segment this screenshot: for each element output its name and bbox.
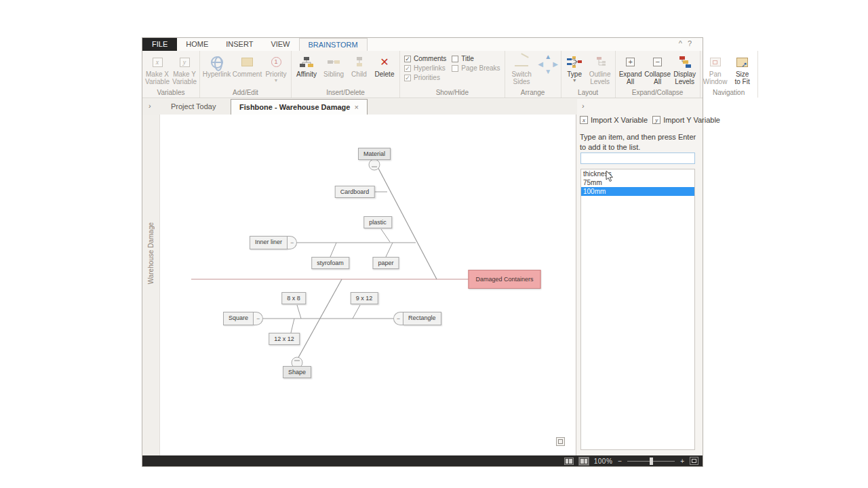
- list-item-selected[interactable]: 100mm: [581, 187, 694, 196]
- zoom-slider[interactable]: [627, 461, 675, 462]
- tab-brainstorm[interactable]: BRAINSTORM: [299, 38, 368, 51]
- group-label-navigation: Navigation: [702, 89, 756, 98]
- outline-view-icon[interactable]: [564, 458, 574, 465]
- node-9x12[interactable]: 9 x 12: [351, 292, 378, 304]
- comments-checkbox[interactable]: ✓: [404, 56, 411, 62]
- import-y-icon: y: [652, 116, 660, 124]
- ribbon: x Make X Variable y Make Y Variable Vari…: [142, 51, 703, 98]
- tab-home[interactable]: HOME: [177, 38, 217, 51]
- expand-all-button[interactable]: + Expand All: [617, 52, 644, 85]
- group-label-expand-collapse: Expand/Collapse: [617, 89, 698, 98]
- canvas-pan-navigator-button[interactable]: [556, 437, 565, 446]
- page-breaks-checkbox[interactable]: [452, 65, 458, 72]
- collapse-ribbon-icon[interactable]: ^: [679, 39, 688, 47]
- move-down-arrow-icon[interactable]: ▼: [545, 68, 551, 75]
- pan-window-icon: [710, 58, 721, 66]
- size-to-fit-button[interactable]: ➚ Size to Fit: [729, 52, 756, 85]
- close-tab-icon[interactable]: ×: [354, 103, 358, 111]
- fit-page-icon[interactable]: [690, 457, 698, 465]
- node-inner-liner-label: Inner liner: [250, 236, 288, 249]
- outline-levels-label: Outline Levels: [589, 70, 611, 85]
- hyperlinks-checkbox-row[interactable]: ✓ Hyperlinks: [404, 64, 446, 72]
- collapse-all-button[interactable]: − Collapse All: [644, 52, 671, 85]
- move-up-arrow-icon[interactable]: ▲: [545, 54, 551, 60]
- import-x-icon: x: [580, 116, 588, 124]
- node-square[interactable]: Square −: [223, 312, 263, 325]
- rectangle-collapse-icon[interactable]: −: [393, 312, 403, 325]
- pan-window-button[interactable]: Pan Window: [702, 52, 729, 85]
- node-shape[interactable]: Shape: [283, 366, 311, 378]
- title-checkbox[interactable]: [452, 56, 458, 62]
- delete-button[interactable]: ✕ Delete: [371, 52, 398, 78]
- node-8x8[interactable]: 8 x 8: [281, 292, 306, 304]
- display-levels-button[interactable]: Display Levels: [671, 52, 698, 85]
- doc-tab-project-today[interactable]: Project Today: [163, 99, 224, 115]
- comment-button[interactable]: Comment: [232, 52, 262, 78]
- list-item[interactable]: 75mm: [581, 178, 694, 187]
- zoom-in-button[interactable]: +: [680, 458, 684, 465]
- hyperlinks-checkbox[interactable]: ✓: [404, 65, 411, 72]
- doc-tab-fishbone-label: Fishbone - Warehouse Damage: [239, 103, 350, 111]
- group-variables: x Make X Variable y Make Y Variable Vari…: [142, 51, 200, 98]
- priorities-checkbox-row[interactable]: ✓ Priorities: [404, 74, 446, 81]
- type-button[interactable]: Type ▼: [563, 52, 587, 83]
- node-paper[interactable]: paper: [372, 257, 399, 269]
- group-arrange: Switch Sides ▲ ◀▶ ▼ Arrange: [505, 51, 561, 98]
- priorities-checkbox[interactable]: ✓: [404, 75, 411, 81]
- priority-button[interactable]: 1 Priority ▼: [262, 52, 290, 83]
- node-styrofoam[interactable]: styrofoam: [311, 257, 349, 269]
- import-x-variable-button[interactable]: x Import X Variable: [580, 116, 648, 124]
- switch-sides-label: Switch Sides: [511, 70, 531, 85]
- list-item[interactable]: thickness: [581, 169, 694, 178]
- doc-tab-fishbone[interactable]: Fishbone - Warehouse Damage×: [231, 99, 368, 115]
- node-plastic[interactable]: plastic: [363, 216, 392, 228]
- make-y-variable-button[interactable]: y Make Y Variable: [171, 52, 198, 85]
- hyperlink-button[interactable]: Hyperlink: [201, 52, 232, 78]
- switch-sides-button[interactable]: Switch Sides: [507, 52, 537, 85]
- import-y-variable-button[interactable]: y Import Y Variable: [652, 116, 720, 124]
- node-cardboard[interactable]: Cardboard: [335, 186, 375, 198]
- zoom-level-label: 100%: [594, 458, 613, 465]
- size-to-fit-label: Size to Fit: [735, 70, 750, 85]
- group-label-variables: Variables: [144, 89, 198, 98]
- add-item-input[interactable]: [580, 152, 695, 164]
- outline-levels-button[interactable]: Outline Levels: [587, 52, 614, 85]
- item-list[interactable]: thickness 75mm 100mm: [580, 169, 695, 450]
- document-tab-bar: › Project Today Fishbone - Warehouse Dam…: [142, 99, 577, 115]
- tab-view[interactable]: VIEW: [262, 38, 298, 51]
- zoom-slider-thumb[interactable]: [650, 458, 653, 465]
- inner-liner-collapse-icon[interactable]: −: [288, 236, 297, 249]
- left-panel-expander-icon[interactable]: ›: [149, 102, 151, 110]
- node-square-label: Square: [223, 312, 254, 325]
- group-label-arrange: Arrange: [507, 89, 559, 98]
- node-material[interactable]: Material: [358, 148, 391, 160]
- square-collapse-icon[interactable]: −: [254, 312, 263, 325]
- child-button[interactable]: Child: [347, 52, 371, 78]
- diagram-canvas[interactable]: Material Cardboard plastic Inner liner −…: [160, 115, 576, 457]
- page-breaks-checkbox-row[interactable]: Page Breaks: [452, 64, 500, 72]
- node-12x12[interactable]: 12 x 12: [269, 333, 300, 345]
- hyperlink-label: Hyperlink: [203, 70, 231, 78]
- tab-insert[interactable]: INSERT: [217, 38, 262, 51]
- size-to-fit-icon: ➚: [736, 58, 748, 67]
- map-view-icon[interactable]: [579, 458, 589, 465]
- app-window: FILE HOME INSERT VIEW BRAINSTORM ^? x Ma…: [142, 37, 703, 467]
- comments-checkbox-row[interactable]: ✓ Comments: [404, 55, 446, 62]
- node-damaged-containers[interactable]: Damaged Containers: [468, 270, 540, 289]
- sibling-button[interactable]: Sibling: [320, 52, 347, 78]
- import-x-label: Import X Variable: [591, 116, 648, 124]
- move-right-arrow-icon[interactable]: ▶: [553, 61, 558, 68]
- node-inner-liner[interactable]: Inner liner −: [250, 236, 297, 249]
- group-label-show-hide: Show/Hide: [401, 89, 503, 98]
- zoom-out-button[interactable]: −: [618, 458, 622, 465]
- make-x-variable-button[interactable]: x Make X Variable: [144, 52, 171, 85]
- y-variable-icon: y: [180, 58, 190, 67]
- tab-file[interactable]: FILE: [142, 38, 177, 51]
- affinity-button[interactable]: Affinity: [293, 52, 320, 78]
- title-checkbox-row[interactable]: Title: [452, 55, 500, 62]
- help-icon[interactable]: ?: [688, 39, 697, 47]
- group-add-edit: Hyperlink Comment 1 Priority ▼ Add/Edit: [200, 51, 292, 98]
- move-left-arrow-icon[interactable]: ◀: [538, 61, 543, 68]
- panel-collapse-chevron-icon[interactable]: ›: [582, 102, 585, 110]
- node-rectangle[interactable]: Rectangle −: [393, 312, 441, 325]
